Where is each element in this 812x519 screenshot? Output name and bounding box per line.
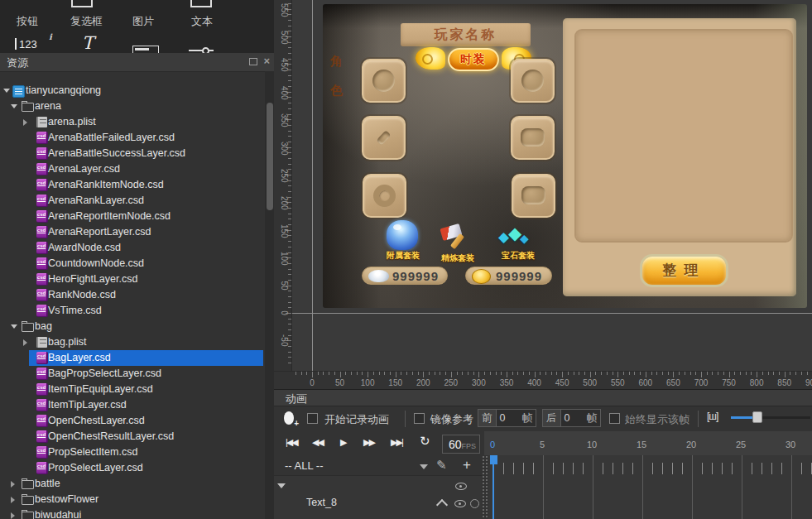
fps-value[interactable]: 60 xyxy=(449,438,462,451)
expander-open-icon[interactable] xyxy=(11,104,17,108)
tree-item-ItemTipLayer.csd[interactable]: ItemTipLayer.csd xyxy=(0,397,264,413)
refine-set-icon[interactable] xyxy=(440,223,468,252)
play-button[interactable]: ▶ xyxy=(340,437,345,448)
design-canvas[interactable]: 角 色 玩家名称 时装 ◆◆◆ 附属套装 精炼套装 宝石套装 9999 xyxy=(274,0,812,389)
mirror-checkbox[interactable] xyxy=(414,413,425,424)
gem-set-icon[interactable]: ◆◆◆ xyxy=(498,223,530,252)
animation-filter-dropdown[interactable]: -- ALL -- xyxy=(285,459,323,472)
ruler-tick xyxy=(634,372,635,375)
visibility-eye-icon[interactable] xyxy=(455,483,467,490)
slider-widget-icon[interactable] xyxy=(189,50,214,51)
equip-slot-helmet[interactable] xyxy=(511,59,555,103)
animation-panel-header[interactable]: 动画 xyxy=(274,390,812,406)
equip-slot-boot[interactable] xyxy=(512,174,555,218)
toolbar-item-image[interactable]: 图片 xyxy=(132,14,154,29)
tree-item-biwudahui[interactable]: biwudahui xyxy=(0,507,264,519)
tree-item-RankNode.csd[interactable]: RankNode.csd xyxy=(0,287,264,303)
rewind-button[interactable]: ◀◀ xyxy=(312,437,323,448)
edit-animation-icon[interactable]: ✎ xyxy=(436,458,447,473)
tree-item-ArenaBattleFailedLayer.csd[interactable]: ArenaBattleFailedLayer.csd xyxy=(0,130,264,146)
tree-item-arena.plist[interactable]: arena.plist xyxy=(0,114,264,130)
before-frames-field[interactable]: 前 0 帧 xyxy=(478,409,536,427)
tree-item-ArenaReportItemNode.csd[interactable]: ArenaReportItemNode.csd xyxy=(0,209,264,224)
tree-item-bestowFlower[interactable]: bestowFlower xyxy=(0,492,264,507)
expander-open-icon[interactable] xyxy=(277,483,286,488)
node-row-root[interactable] xyxy=(274,478,482,496)
resources-panel-header[interactable]: 资源 × xyxy=(0,53,274,72)
wing-left-icon[interactable] xyxy=(416,47,445,70)
equip-slot-mask[interactable] xyxy=(511,116,555,160)
node-row-image8[interactable]: Image_8 xyxy=(274,515,482,519)
tree-item-arena[interactable]: arena xyxy=(0,99,264,114)
tree-item-HeroFightLayer.csd[interactable]: HeroFightLayer.csd xyxy=(0,272,264,287)
tree-item-ArenaRankLayer.csd[interactable]: ArenaRankLayer.csd xyxy=(0,193,264,209)
toolbar-item-button[interactable]: 按钮 xyxy=(17,14,38,29)
add-animation-icon[interactable]: + xyxy=(463,457,471,473)
equip-slot-ring[interactable] xyxy=(363,174,406,218)
expander-open-icon[interactable] xyxy=(3,89,10,93)
expander-closed-icon[interactable] xyxy=(23,119,27,126)
game-scene-bag-layer[interactable]: 角 色 玩家名称 时装 ◆◆◆ 附属套装 精炼套装 宝石套装 9999 xyxy=(323,4,807,308)
before-value-input[interactable]: 0 xyxy=(497,410,522,426)
tree-item-battle[interactable]: battle xyxy=(0,476,264,492)
after-frames-field[interactable]: 后 0 帧 xyxy=(542,409,601,427)
close-panel-icon[interactable]: × xyxy=(263,55,270,67)
tree-item-ItemTipEquipLayer.csd[interactable]: ItemTipEquipLayer.csd xyxy=(0,382,264,397)
timeline-frame-ruler[interactable]: 051015202530 xyxy=(484,431,812,455)
tree-item-AwardNode.csd[interactable]: AwardNode.csd xyxy=(0,240,264,256)
chevron-down-icon[interactable] xyxy=(420,464,428,469)
fashion-button[interactable]: 时装 xyxy=(448,48,499,71)
checkbox-widget-icon[interactable] xyxy=(71,0,93,7)
expander-closed-icon[interactable] xyxy=(11,512,15,519)
tree-item-ArenaLayer.csd[interactable]: ArenaLayer.csd xyxy=(0,161,264,177)
lock-circle-icon[interactable] xyxy=(470,499,479,508)
tree-item-BagPropSelectLayer.csd[interactable]: BagPropSelectLayer.csd xyxy=(0,366,264,382)
fps-field[interactable]: 60 FPS xyxy=(442,435,480,454)
expander-closed-icon[interactable] xyxy=(11,481,15,488)
timeline-splitter-scrollbar[interactable] xyxy=(482,455,488,519)
tree-item-bag[interactable]: bag xyxy=(0,319,264,334)
tree-item-BagLayer.csd[interactable]: BagLayer.csd xyxy=(0,350,264,366)
skip-to-start-button[interactable]: |◀◀ xyxy=(286,437,297,448)
accessory-set-icon[interactable] xyxy=(387,220,418,250)
tree-item-ArenaBattleSuccessLayer.csd[interactable]: ArenaBattleSuccessLayer.csd xyxy=(0,146,264,161)
chevron-up-icon[interactable] xyxy=(436,499,448,511)
tree-item-OpenChestResultLayer.csd[interactable]: OpenChestResultLayer.csd xyxy=(0,429,264,445)
tree-item-tianyucangqiong[interactable]: tianyucangqiong xyxy=(0,83,264,99)
resources-scrollbar-thumb[interactable] xyxy=(267,103,273,210)
expander-closed-icon[interactable] xyxy=(11,497,15,503)
toolbar-item-text[interactable]: 文本 xyxy=(191,14,213,29)
equip-slot-ornament[interactable] xyxy=(362,59,406,103)
playhead-line[interactable] xyxy=(492,455,494,519)
textfield-widget-icon[interactable]: 123 xyxy=(15,38,37,50)
tree-item-bag.plist[interactable]: bag.plist xyxy=(0,334,264,350)
after-value-input[interactable]: 0 xyxy=(561,410,587,426)
loop-button[interactable]: ↻ xyxy=(420,434,430,449)
tree-item-ArenaReportLayer.csd[interactable]: ArenaReportLayer.csd xyxy=(0,224,264,240)
expander-open-icon[interactable] xyxy=(11,324,17,329)
timeline-track-area[interactable] xyxy=(484,455,812,519)
equip-slot-weapon[interactable] xyxy=(362,116,406,160)
float-panel-icon[interactable] xyxy=(249,58,257,65)
richtext-widget-icon[interactable]: T xyxy=(82,33,94,53)
tree-item-CountdownNode.csd[interactable]: CountdownNode.csd xyxy=(0,256,264,272)
sort-button[interactable]: 整理 xyxy=(640,254,728,287)
record-animation-icon[interactable] xyxy=(284,411,294,425)
visibility-eye-icon[interactable] xyxy=(454,500,466,507)
fast-forward-button[interactable]: ▶▶ xyxy=(363,437,374,448)
toolbar-item-checkbox[interactable]: 复选框 xyxy=(70,14,103,29)
tree-item-PropSelectLayer.csd[interactable]: PropSelectLayer.csd xyxy=(0,460,264,476)
tree-item-ArenaRankItemNode.csd[interactable]: ArenaRankItemNode.csd xyxy=(0,177,264,193)
resources-scrollbar-track[interactable] xyxy=(265,71,274,519)
timeline-zoom-slider[interactable] xyxy=(731,416,810,419)
skip-to-end-button[interactable]: ▶▶| xyxy=(391,437,402,448)
expander-closed-icon[interactable] xyxy=(23,339,27,346)
record-checkbox[interactable] xyxy=(307,413,318,424)
tree-item-VsTime.csd[interactable]: VsTime.csd xyxy=(0,303,264,319)
tree-item-OpenChestLayer.csd[interactable]: OpenChestLayer.csd xyxy=(0,413,264,429)
always-show-checkbox[interactable] xyxy=(609,413,620,424)
node-row-text8[interactable]: Text_8 xyxy=(274,494,482,512)
text-widget-icon[interactable] xyxy=(190,0,212,7)
zoom-slider-handle[interactable] xyxy=(752,411,762,423)
tree-item-PropSelectItem.csd[interactable]: PropSelectItem.csd xyxy=(0,445,264,460)
